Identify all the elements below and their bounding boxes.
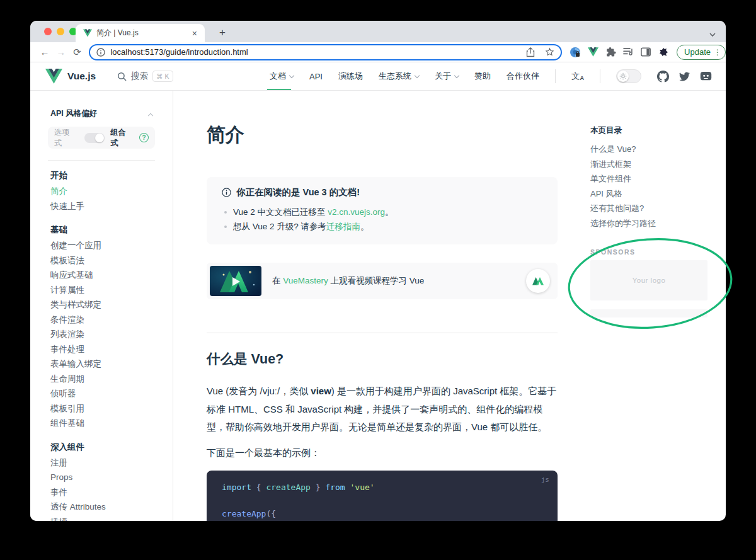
browser-tab[interactable]: 简介 | Vue.js × — [76, 24, 205, 42]
sidebar-item[interactable]: 事件处理 — [50, 342, 152, 357]
vue-logo-icon — [45, 69, 62, 84]
sidebar-item[interactable]: 列表渲染 — [50, 327, 152, 342]
sidebar-item[interactable]: 事件 — [50, 485, 152, 500]
vuemastery-banner[interactable]: 在 VueMastery 上观看视频课程学习 Vue — [207, 263, 558, 299]
vuejs-logo[interactable]: Vue.js — [45, 69, 96, 84]
help-icon[interactable]: ? — [139, 133, 149, 142]
nav-item-about[interactable]: 关于 — [435, 62, 459, 90]
twitter-icon[interactable] — [679, 71, 690, 82]
tab-close-icon[interactable]: × — [190, 29, 200, 38]
sidebar-item[interactable]: 模板引用 — [50, 401, 152, 416]
extensions-puzzle-icon[interactable] — [605, 47, 616, 57]
dark-extension-icon[interactable] — [658, 47, 669, 58]
nav-item-partners[interactable]: 合作伙伴 — [507, 62, 539, 90]
vue-devtools-extension-icon[interactable] — [588, 47, 598, 57]
code-line — [222, 494, 542, 507]
sidebar-item[interactable]: 插槽 — [50, 515, 152, 522]
api-preference-title[interactable]: API 风格偏好 — [50, 108, 152, 119]
divider — [600, 69, 600, 83]
minimize-window-button[interactable] — [57, 28, 64, 35]
code-block[interactable]: js import { createApp } from 'vue' creat… — [207, 471, 558, 522]
sidebar-item[interactable]: 计算属性 — [50, 283, 152, 298]
sidebar-item[interactable]: 表单输入绑定 — [50, 357, 152, 372]
page-info-icon[interactable] — [96, 48, 105, 57]
toc-item[interactable]: 渐进式框架 — [590, 157, 707, 172]
sidebar-group: 深入组件注册Props事件透传 Attributes插槽 — [50, 440, 152, 522]
kebab-menu-icon[interactable]: ⋮ — [714, 48, 721, 57]
list-item: Vue 2 中文文档已迁移至 v2.cn.vuejs.org。 — [222, 205, 542, 219]
github-icon[interactable] — [657, 71, 669, 83]
translate-icon[interactable]: 文A — [571, 71, 584, 82]
new-tab-button[interactable]: + — [214, 25, 231, 41]
toc-item[interactable]: 还有其他问题? — [590, 201, 707, 216]
sponsor-placeholder-partial[interactable] — [590, 309, 707, 317]
window-controls — [44, 28, 77, 35]
theme-toggle[interactable] — [616, 69, 641, 83]
nav-item-playground[interactable]: 演练场 — [338, 62, 363, 90]
nav-item-ecosystem[interactable]: 生态系统 — [379, 62, 419, 90]
update-browser-button[interactable]: Update ⋮ — [677, 45, 726, 60]
toc-item[interactable]: 单文件组件 — [590, 171, 707, 186]
sidebar-item[interactable]: 模板语法 — [50, 253, 152, 268]
discord-icon[interactable] — [700, 71, 712, 81]
vue-favicon-icon — [83, 29, 92, 37]
search-button[interactable]: 搜索 ⌘ K — [117, 71, 173, 82]
sponsor-placeholder-text: Your logo — [633, 277, 666, 284]
side-panel-icon[interactable] — [641, 47, 651, 57]
sidebar-group: 开始简介快速上手 — [50, 168, 152, 214]
close-window-button[interactable] — [44, 28, 52, 35]
privacy-extension-icon[interactable] — [570, 47, 581, 58]
toc-item[interactable]: API 风格 — [590, 186, 707, 202]
nav-item-api[interactable]: API — [309, 62, 323, 90]
share-icon[interactable] — [526, 47, 535, 57]
info-box-title: 你正在阅读的是 Vue 3 的文档! — [222, 186, 542, 198]
migration-guide-link[interactable]: 迁移指南 — [326, 222, 360, 231]
sponsor-placeholder[interactable]: Your logo — [590, 260, 707, 300]
toc-title: 本页目录 — [590, 125, 707, 136]
divider — [207, 333, 558, 333]
search-label: 搜索 — [131, 71, 148, 82]
code-line: data() { — [222, 520, 542, 522]
extensions-area — [570, 47, 669, 58]
back-button[interactable]: ← — [37, 47, 53, 57]
sidebar-item[interactable]: 创建一个应用 — [50, 238, 152, 253]
url-bar[interactable]: localhost:5173/guide/introduction.html — [89, 44, 562, 60]
sidebar-item[interactable]: 注册 — [50, 455, 152, 471]
toc-item[interactable]: 选择你的学习路径 — [590, 216, 707, 231]
example-intro: 下面是一个最基本的示例： — [207, 445, 558, 460]
update-label: Update — [684, 47, 711, 57]
tab-search-chevron-icon[interactable] — [709, 28, 716, 40]
sidebar-item[interactable]: 组件基础 — [50, 416, 152, 431]
sidebar-item[interactable]: 响应式基础 — [50, 268, 152, 283]
reload-button[interactable]: ⟳ — [69, 47, 86, 58]
divider — [555, 69, 556, 83]
social-links — [657, 71, 712, 83]
sidebar-item[interactable]: Props — [50, 470, 152, 485]
sidebar-groups: 开始简介快速上手基础创建一个应用模板语法响应式基础计算属性类与样式绑定条件渲染列… — [30, 161, 173, 521]
nav-item-docs[interactable]: 文档 — [270, 62, 294, 90]
page-title: 简介 — [207, 122, 558, 148]
sidebar-item[interactable]: 条件渲染 — [50, 312, 152, 328]
options-api-label[interactable]: 选项式 — [54, 127, 77, 149]
sidebar-item[interactable]: 生命周期 — [50, 372, 152, 387]
api-style-toggle[interactable] — [84, 133, 105, 143]
sidebar-item[interactable]: 透传 Attributes — [50, 500, 152, 515]
nav-item-sponsor[interactable]: 赞助 — [474, 62, 491, 90]
vuemastery-logo-icon — [526, 269, 550, 293]
sidebar-item[interactable]: 类与样式绑定 — [50, 297, 152, 312]
composition-api-label[interactable]: 组合式 — [111, 127, 134, 149]
sidebar-item[interactable]: 侦听器 — [50, 386, 152, 401]
site-nav: 文档 API 演练场 生态系统 关于 赞助 合作伙伴 文A — [270, 62, 712, 90]
sidebar-item[interactable]: 快速上手 — [50, 199, 152, 214]
bookmark-star-icon[interactable] — [545, 47, 554, 57]
sidebar-item[interactable]: 简介 — [50, 184, 152, 199]
info-box-list: Vue 2 中文文档已迁移至 v2.cn.vuejs.org。 想从 Vue 2… — [222, 205, 542, 234]
main-content: 简介 你正在阅读的是 Vue 3 的文档! Vue 2 中文文档已迁移至 v2.… — [207, 91, 558, 521]
v2-docs-link[interactable]: v2.cn.vuejs.org — [328, 207, 385, 217]
vuemastery-video-thumbnail[interactable] — [210, 266, 261, 296]
playlist-extension-icon[interactable] — [623, 47, 634, 57]
url-text[interactable]: localhost:5173/guide/introduction.html — [110, 47, 526, 57]
sidebar: API 风格偏好 选项式 组合式 ? 开始简介快速上手基础创建一个应用模板语法响… — [30, 91, 173, 521]
toc-item[interactable]: 什么是 Vue? — [590, 142, 707, 157]
vuemastery-link[interactable]: VueMastery — [283, 276, 328, 285]
